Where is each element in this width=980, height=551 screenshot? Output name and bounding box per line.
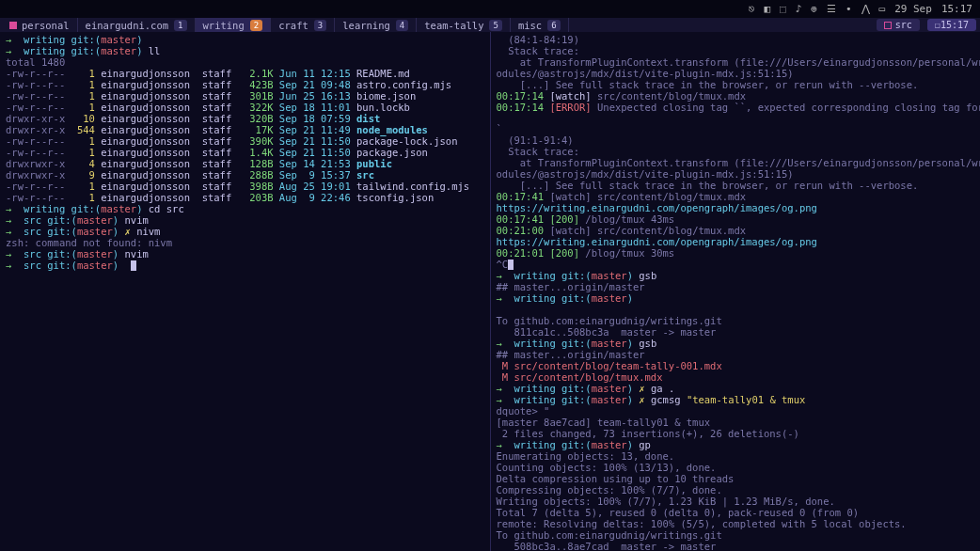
- square-icon: [9, 22, 17, 29]
- tab-craft[interactable]: craft3: [271, 18, 335, 32]
- status-clock: ☐ 15:17: [927, 19, 976, 31]
- tab-writing[interactable]: writing2: [196, 18, 272, 32]
- wifi-icon[interactable]: ⋀: [861, 4, 870, 15]
- tab-badge: 2: [250, 20, 262, 31]
- tmux-tabbar: personal einargudni.com1 writing2 craft3…: [0, 18, 980, 32]
- tray-icon[interactable]: ☰: [827, 4, 836, 15]
- tab-label: craft: [278, 20, 308, 31]
- tab-label: writing: [203, 20, 245, 31]
- tmux-panes: → writing git:(master) → writing git:(ma…: [0, 32, 980, 551]
- tab-badge: 6: [547, 20, 560, 31]
- battery-icon[interactable]: ▭: [879, 4, 886, 15]
- macos-menubar: ⎋ ◧ ⬚ ♪ ⊕ ☰ • ⋀ ▭ 29 Sep 15:17: [0, 0, 980, 18]
- menubar-time[interactable]: 15:17: [941, 4, 972, 15]
- status-folder: src: [877, 19, 920, 31]
- tray-icon[interactable]: ⊕: [811, 4, 817, 15]
- tray-icon[interactable]: ⬚: [780, 4, 786, 15]
- folder-icon: [884, 22, 892, 29]
- status-clock-label: 15:17: [940, 20, 969, 31]
- tab-personal[interactable]: personal: [2, 18, 78, 32]
- menubar-date[interactable]: 29 Sep: [894, 4, 932, 15]
- tab-label: personal: [22, 20, 70, 31]
- status-folder-label: src: [895, 20, 912, 31]
- tab-badge: 1: [174, 20, 186, 31]
- tab-label: misc: [518, 20, 542, 31]
- tray-icon[interactable]: ♪: [796, 4, 802, 15]
- tab-badge: 3: [314, 20, 326, 31]
- tab-site[interactable]: einargudni.com1: [78, 18, 196, 32]
- tab-badge: 5: [489, 20, 501, 31]
- tab-learning[interactable]: learning4: [335, 18, 417, 32]
- tab-label: einargudni.com: [86, 20, 169, 31]
- tray-icon[interactable]: ◧: [764, 4, 770, 15]
- tab-label: team-tally: [424, 20, 483, 31]
- tab-misc[interactable]: misc6: [511, 18, 569, 32]
- tab-badge: 4: [396, 20, 408, 31]
- right-pane[interactable]: (84:1-84:19) Stack trace: at TransformPl…: [491, 32, 981, 551]
- menubar-right: ⎋ ◧ ⬚ ♪ ⊕ ☰ • ⋀ ▭ 29 Sep 15:17: [749, 4, 972, 15]
- tab-team-tally[interactable]: team-tally5: [417, 18, 511, 32]
- left-pane[interactable]: → writing git:(master) → writing git:(ma…: [0, 32, 491, 551]
- tray-icon[interactable]: •: [846, 4, 852, 15]
- tab-label: learning: [342, 20, 390, 31]
- tray-icon[interactable]: ⎋: [749, 4, 755, 15]
